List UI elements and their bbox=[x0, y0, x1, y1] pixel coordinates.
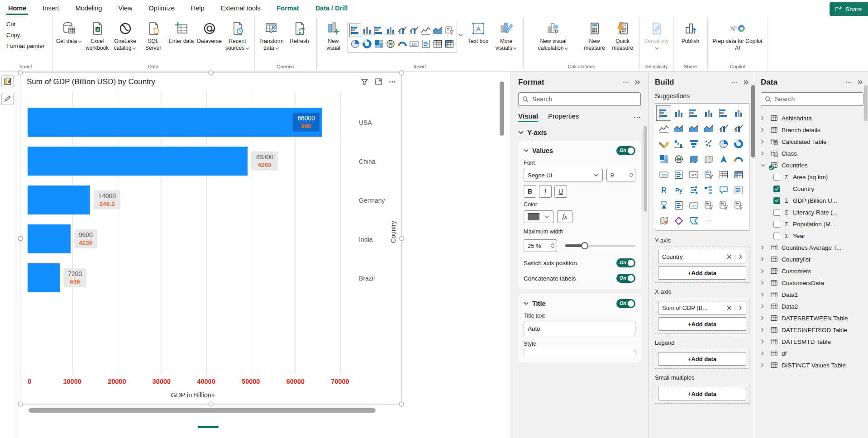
treemap-icon[interactable] bbox=[656, 152, 671, 167]
stacked-bar-chart-icon[interactable] bbox=[656, 105, 671, 121]
switch-axis-toggle[interactable]: On bbox=[616, 258, 635, 267]
bar-india[interactable] bbox=[28, 224, 71, 253]
line-and-stacked-column-icon[interactable] bbox=[716, 121, 731, 136]
area-chart-icon[interactable] bbox=[432, 24, 444, 37]
report-view-icon[interactable] bbox=[1, 75, 14, 87]
field-pill[interactable]: Sum of GDP (B...| bbox=[658, 301, 746, 314]
matrix-icon[interactable] bbox=[731, 167, 746, 182]
multi-row-card-icon[interactable] bbox=[420, 37, 432, 51]
underline-button[interactable]: U bbox=[554, 185, 567, 198]
100-stacked-column-chart-icon[interactable] bbox=[731, 105, 746, 121]
chevron-right-icon[interactable] bbox=[761, 339, 767, 344]
page-tab-indicator[interactable] bbox=[198, 426, 219, 428]
key-influencers-icon[interactable] bbox=[701, 182, 716, 198]
copy-button[interactable]: Copy bbox=[6, 32, 45, 38]
style-dropdown[interactable] bbox=[524, 350, 635, 356]
cut-button[interactable]: Cut bbox=[6, 21, 45, 28]
title-card-header[interactable]: Title bbox=[532, 300, 546, 307]
bar-germany[interactable] bbox=[28, 186, 90, 214]
format-tab-visual[interactable]: Visual bbox=[518, 112, 538, 122]
r-script-visual-icon[interactable]: R bbox=[656, 182, 671, 198]
chevron-right-icon[interactable] bbox=[761, 139, 767, 144]
scatter-chart-icon[interactable] bbox=[701, 136, 716, 152]
more-options-icon[interactable]: ⋯ bbox=[389, 77, 397, 86]
chevron-down-icon[interactable] bbox=[761, 164, 767, 167]
add-data-button[interactable]: +Add data bbox=[658, 387, 746, 400]
chevron-right-icon[interactable] bbox=[761, 245, 767, 250]
100-stacked-bar-chart-icon[interactable] bbox=[716, 105, 731, 121]
table-item-distinct-values-table[interactable]: DISTINCT Values Table bbox=[761, 359, 863, 371]
menu-tab-insert[interactable]: Insert bbox=[34, 0, 67, 16]
data-more-options-icon[interactable]: ⋯ bbox=[845, 79, 852, 86]
bar-chart-visual[interactable]: Sum of GDP (Billion USD) by Country ⋯ 66… bbox=[20, 72, 402, 405]
slicer-icon[interactable] bbox=[701, 167, 716, 182]
canvas-vertical-scrollbar[interactable] bbox=[500, 81, 504, 136]
line-and-stacked-column-icon[interactable] bbox=[396, 24, 408, 37]
chevron-right-icon[interactable] bbox=[761, 304, 767, 309]
quick-measure-button[interactable]: Quick measure bbox=[609, 19, 637, 53]
chevron-right-icon[interactable] bbox=[761, 257, 767, 262]
table-item-df[interactable]: df bbox=[761, 348, 863, 359]
menu-tab-format[interactable]: Format bbox=[268, 0, 307, 16]
format-painter-button[interactable]: Format painter bbox=[6, 43, 45, 49]
onelake-button[interactable]: OneLake catalog bbox=[111, 19, 139, 53]
data-search-box[interactable] bbox=[761, 92, 863, 106]
donut-chart-icon[interactable] bbox=[361, 37, 373, 51]
field-item-country[interactable]: ΣCountry bbox=[761, 183, 863, 195]
data-pane-scrollbar[interactable] bbox=[864, 85, 868, 121]
get-data-button[interactable]: Get data bbox=[55, 19, 83, 47]
menu-tab-modeling[interactable]: Modeling bbox=[67, 0, 110, 16]
bar-brazil[interactable] bbox=[28, 263, 60, 292]
menu-tab-optimize[interactable]: Optimize bbox=[141, 0, 183, 16]
menu-tab-external-tools[interactable]: External tools bbox=[213, 0, 269, 16]
clustered-bar-chart-icon[interactable] bbox=[686, 105, 701, 121]
format-more-options-icon[interactable]: ⋯ bbox=[623, 79, 629, 86]
title-toggle[interactable]: On bbox=[616, 299, 635, 308]
table-item-branch-details[interactable]: Branch details bbox=[761, 124, 863, 136]
metrics-icon[interactable] bbox=[656, 198, 671, 213]
report-canvas[interactable]: Sum of GDP (Billion USD) by Country ⋯ 66… bbox=[15, 71, 510, 438]
transform-data-button[interactable]: Transform data bbox=[258, 19, 286, 53]
chevron-right-icon[interactable] bbox=[761, 363, 767, 367]
table-item-ashishdata[interactable]: Ashishdata bbox=[761, 112, 863, 124]
new-visual-calculation-button[interactable]: fxNew visual calculation bbox=[526, 19, 581, 53]
selection-handle[interactable] bbox=[18, 71, 23, 76]
chevron-right-icon[interactable] bbox=[761, 316, 767, 320]
section-y-axis[interactable]: Y-axis bbox=[518, 129, 641, 136]
field-checkbox[interactable] bbox=[773, 233, 780, 239]
stacked-bar-chart-icon[interactable] bbox=[349, 24, 361, 37]
prep-data-copilot-button[interactable]: Prep data for Copilot AI bbox=[711, 19, 765, 53]
data-search-input[interactable] bbox=[775, 95, 859, 103]
gauge-icon[interactable] bbox=[731, 152, 746, 167]
new-card-icon[interactable]: 123 bbox=[686, 198, 701, 213]
map-icon[interactable] bbox=[385, 37, 396, 51]
line-and-clustered-column-icon[interactable] bbox=[408, 24, 420, 37]
card-icon[interactable]: 123 bbox=[656, 167, 671, 182]
line-and-clustered-column-icon[interactable] bbox=[731, 121, 746, 136]
map-icon[interactable] bbox=[671, 152, 686, 167]
remove-field-icon[interactable] bbox=[727, 254, 732, 259]
format-tabs-more-icon[interactable]: ⋯ bbox=[634, 113, 641, 122]
more-visuals-button[interactable]: More visuals bbox=[492, 19, 520, 53]
new-slicer-icon[interactable] bbox=[701, 198, 716, 213]
chevron-right-icon[interactable] bbox=[761, 128, 767, 132]
field-item-year[interactable]: ΣYear bbox=[761, 230, 863, 242]
refresh-button[interactable]: Refresh bbox=[286, 19, 314, 47]
area-chart-icon[interactable] bbox=[671, 121, 686, 136]
values-card-header[interactable]: Values bbox=[532, 147, 553, 154]
field-item-literacy-rate-[interactable]: ΣLiteracy Rate (... bbox=[761, 206, 863, 218]
shape-map-icon[interactable] bbox=[701, 152, 716, 167]
format-collapse-icon[interactable] bbox=[634, 80, 641, 85]
add-data-button[interactable]: +Add data bbox=[658, 266, 746, 280]
menu-tab-data-drill[interactable]: Data / Drill bbox=[307, 0, 356, 16]
100-stacked-area-chart-icon[interactable] bbox=[701, 121, 716, 136]
field-item-area-sq-km-[interactable]: ΣArea (sq km) bbox=[761, 171, 863, 183]
bar-usa[interactable] bbox=[28, 108, 322, 137]
title-text-input[interactable]: Auto bbox=[524, 322, 635, 335]
format-pane-scrollbar[interactable] bbox=[644, 126, 647, 212]
treemap-icon[interactable] bbox=[373, 37, 385, 51]
field-options-icon[interactable] bbox=[739, 305, 742, 310]
arcgis-map-icon[interactable] bbox=[656, 213, 671, 229]
new-measure-button[interactable]: New measure bbox=[581, 19, 609, 53]
filter-icon[interactable] bbox=[361, 78, 368, 86]
